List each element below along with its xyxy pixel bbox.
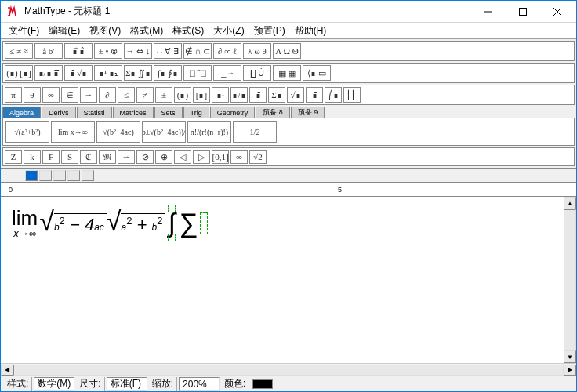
tab-statistics[interactable]: Statisti	[77, 107, 112, 118]
palette-calc[interactable]: ∂ ∞ ℓ	[213, 43, 241, 59]
tab-preset8[interactable]: 预备 8	[256, 107, 290, 118]
sym-elementof[interactable]: ∈	[61, 87, 78, 103]
tab-trig[interactable]: Trig	[183, 107, 209, 118]
tmpl-overbar[interactable]: ∎̄	[306, 87, 323, 103]
btn-infinity[interactable]: ∞	[230, 150, 248, 164]
palette-radicals[interactable]: ∎̄ √∎	[64, 65, 93, 81]
palette-integrals[interactable]: ∫∎ ∮∎	[154, 65, 182, 81]
menu-help[interactable]: 帮助(H)	[290, 23, 332, 39]
sym-leq[interactable]: ≤	[118, 87, 135, 103]
tab-preset9[interactable]: 预备 9	[291, 107, 325, 118]
tab-sets[interactable]: Sets	[154, 107, 183, 118]
btn-sqrt2[interactable]: √2	[249, 150, 267, 164]
btn-oplus[interactable]: ⊕	[155, 150, 172, 164]
menu-file[interactable]: 文件(F)	[4, 23, 44, 39]
sqrt-pythagoras[interactable]: √a2 + b2	[107, 212, 165, 234]
icon-slot-1[interactable]	[39, 170, 52, 181]
tmpl-binomial[interactable]: n!/(r!(n−r)!)	[187, 121, 231, 143]
btn-fraktur-m[interactable]: 𝔐	[99, 150, 116, 164]
vertical-scrollbar[interactable]: ▲ ▼	[564, 197, 576, 363]
scroll-left-button[interactable]: ◀	[1, 365, 13, 376]
sym-infinity[interactable]: ∞	[42, 87, 60, 103]
integral-empty[interactable]: ∫	[168, 205, 176, 241]
tmpl-leftbrace[interactable]: ⎜⎢	[343, 87, 361, 103]
sqrt-discriminant[interactable]: √b2 − 4ac	[39, 212, 107, 234]
tab-algebra[interactable]: Algebra	[2, 107, 41, 118]
menu-preset[interactable]: 预置(P)	[249, 23, 290, 39]
tmpl-limit[interactable]: lim x→∞	[51, 121, 95, 143]
tab-matrices[interactable]: Matrices	[113, 107, 154, 118]
sym-pm[interactable]: ±	[155, 87, 172, 103]
palette-vectors[interactable]: ∎⃗ ∎̂	[64, 43, 93, 59]
palette-greek-upper[interactable]: Λ Ω Θ	[273, 43, 301, 59]
btn-interval[interactable]: [0,1]	[212, 150, 229, 164]
palette-fractions[interactable]: ∎/∎ ∎̅	[34, 65, 63, 81]
palette-sets[interactable]: ∉ ∩ ⊂	[183, 43, 212, 59]
minimize-button[interactable]	[471, 2, 506, 22]
tmpl-paren[interactable]: (∎)	[174, 87, 191, 103]
scroll-right-button[interactable]: ▶	[564, 365, 576, 376]
palette-relations[interactable]: ≤ ≠ ≈	[5, 43, 33, 59]
btn-z[interactable]: Z	[5, 150, 22, 164]
btn-k[interactable]: k	[24, 150, 41, 164]
palette-underover[interactable]: ⎕ ⃗⎕	[183, 65, 212, 81]
sym-neq[interactable]: ≠	[136, 87, 154, 103]
palette-labeled-arrows[interactable]: ⎯ ⟶	[213, 65, 241, 81]
tab-derivs[interactable]: Derivs	[42, 107, 76, 118]
status-zoom-value[interactable]: 200%	[179, 377, 220, 391]
icon-slot-3[interactable]	[67, 170, 80, 181]
palette-sums[interactable]: Σ∎ ∬∎	[124, 65, 152, 81]
icon-slot-2[interactable]	[53, 170, 66, 181]
menu-style[interactable]: 样式(S)	[168, 23, 209, 39]
menu-format[interactable]: 格式(M)	[125, 23, 168, 39]
palette-greek-lower[interactable]: λ ω θ	[243, 43, 271, 59]
tmpl-pythagoras[interactable]: √(a²+b²)	[5, 121, 49, 143]
btn-fraktur-c[interactable]: ℭ	[80, 150, 97, 164]
tab-geometry[interactable]: Geometry	[210, 107, 256, 118]
limit-expression[interactable]: lim x→∞	[12, 208, 38, 238]
btn-f[interactable]: F	[42, 150, 60, 164]
status-style-value[interactable]: 数学(M)	[34, 377, 74, 391]
scroll-down-button[interactable]: ▼	[564, 350, 576, 363]
status-color-swatch[interactable]	[252, 379, 273, 389]
palette-arrows[interactable]: → ⇔ ↓	[124, 43, 152, 59]
ruler[interactable]: 0 5	[1, 183, 576, 197]
tmpl-sqrt[interactable]: √∎	[287, 87, 304, 103]
btn-arrow[interactable]: →	[118, 150, 135, 164]
hscroll-track[interactable]	[13, 365, 564, 376]
vscroll-track[interactable]	[564, 209, 576, 350]
icon-slot-4[interactable]	[82, 170, 94, 181]
palette-accents[interactable]: å b′	[34, 43, 63, 59]
tmpl-discriminant[interactable]: √(b²−4ac)	[96, 121, 140, 143]
palette-operators[interactable]: ± • ⊗	[94, 43, 122, 59]
tmpl-leftparen[interactable]: ⎛∎	[325, 87, 342, 103]
equation-canvas[interactable]: lim x→∞ √b2 − 4ac √a2 + b2 ∫ ∑ ▲ ▼	[1, 197, 576, 363]
btn-triangle-right[interactable]: ▷	[193, 150, 210, 164]
sym-partial[interactable]: ∂	[99, 87, 116, 103]
tmpl-sum[interactable]: Σ∎	[268, 87, 285, 103]
menu-edit[interactable]: 编辑(E)	[44, 23, 85, 39]
tmpl-super[interactable]: ∎¹	[212, 87, 229, 103]
sym-theta[interactable]: θ	[24, 87, 41, 103]
sym-arrow[interactable]: →	[80, 87, 97, 103]
equation[interactable]: lim x→∞ √b2 − 4ac √a2 + b2 ∫ ∑	[12, 205, 208, 241]
palette-logic[interactable]: ∴ ∀ ∃	[154, 43, 182, 59]
palette-matrices[interactable]: ▦ ▦	[273, 65, 301, 81]
menu-view[interactable]: 视图(V)	[85, 23, 125, 39]
scroll-up-button[interactable]: ▲	[564, 197, 576, 209]
tmpl-half[interactable]: 1/2	[233, 121, 277, 143]
maximize-button[interactable]	[506, 2, 540, 22]
tab-marker-icon[interactable]	[25, 170, 38, 181]
btn-triangle-left[interactable]: ◁	[174, 150, 191, 164]
status-size-value[interactable]: 标准(F)	[107, 377, 147, 391]
horizontal-scrollbar[interactable]: ◀ ▶	[1, 363, 576, 376]
palette-fences[interactable]: (∎) [∎]	[5, 65, 33, 81]
palette-scripts[interactable]: ∎¹ ∎₁	[94, 65, 122, 81]
btn-s[interactable]: S	[61, 150, 78, 164]
palette-products[interactable]: ∐ U̇	[243, 65, 271, 81]
sym-pi[interactable]: π	[5, 87, 22, 103]
close-button[interactable]	[540, 2, 575, 22]
integral-lower-slot[interactable]	[168, 234, 176, 241]
tmpl-bracket[interactable]: [∎]	[193, 87, 210, 103]
palette-boxes[interactable]: ⟨∎ ▭	[303, 65, 331, 81]
